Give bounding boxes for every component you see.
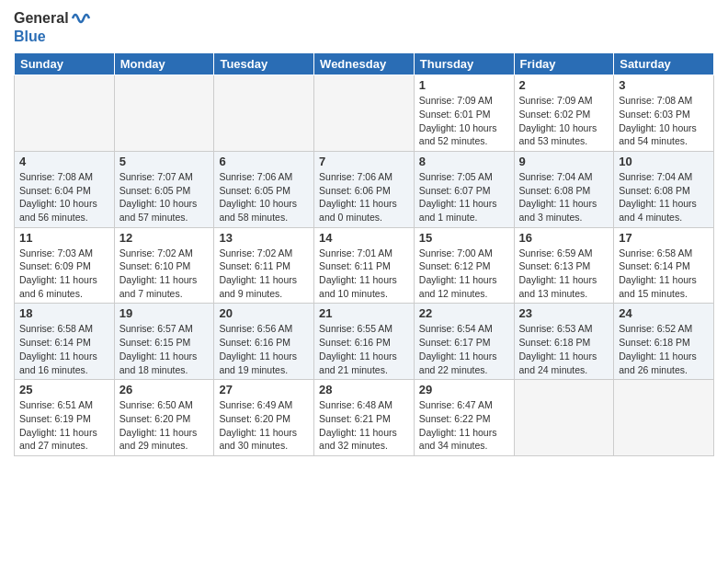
day-info: Sunrise: 6:56 AM Sunset: 6:16 PM Dayligh…: [219, 322, 309, 376]
day-info: Sunrise: 6:53 AM Sunset: 6:18 PM Dayligh…: [519, 322, 609, 376]
day-number: 9: [519, 155, 609, 168]
day-number: 1: [419, 78, 509, 92]
table-row: 9Sunrise: 7:04 AM Sunset: 6:08 PM Daylig…: [514, 151, 614, 227]
weekday-header-friday: Friday: [514, 53, 614, 75]
day-number: 25: [19, 383, 109, 396]
day-number: 24: [619, 306, 709, 320]
day-number: 19: [119, 306, 210, 320]
table-row: 21Sunrise: 6:55 AM Sunset: 6:16 PM Dayli…: [314, 304, 415, 380]
table-row: 29Sunrise: 6:47 AM Sunset: 6:22 PM Dayli…: [414, 380, 514, 456]
day-number: 20: [219, 306, 309, 320]
day-number: 2: [519, 78, 609, 92]
logo-general: General: [14, 9, 69, 27]
day-number: 21: [319, 306, 409, 320]
table-row: 10Sunrise: 7:04 AM Sunset: 6:08 PM Dayli…: [614, 151, 714, 227]
table-row: 13Sunrise: 7:02 AM Sunset: 6:11 PM Dayli…: [214, 227, 314, 304]
table-row: [514, 380, 614, 456]
table-row: 19Sunrise: 6:57 AM Sunset: 6:15 PM Dayli…: [114, 304, 214, 380]
day-number: 15: [419, 231, 509, 245]
day-info: Sunrise: 7:02 AM Sunset: 6:11 PM Dayligh…: [219, 247, 309, 301]
day-info: Sunrise: 7:04 AM Sunset: 6:08 PM Dayligh…: [619, 170, 709, 224]
page: General Blue SundayMondayTuesdayWednesda…: [0, 0, 728, 465]
header: General Blue: [14, 9, 714, 45]
day-number: 8: [419, 155, 509, 168]
day-number: 22: [419, 306, 509, 320]
table-row: 16Sunrise: 6:59 AM Sunset: 6:13 PM Dayli…: [514, 227, 614, 304]
day-info: Sunrise: 6:52 AM Sunset: 6:18 PM Dayligh…: [619, 322, 709, 376]
day-info: Sunrise: 6:58 AM Sunset: 6:14 PM Dayligh…: [19, 322, 109, 376]
day-info: Sunrise: 7:00 AM Sunset: 6:12 PM Dayligh…: [419, 247, 509, 301]
day-number: 3: [619, 78, 709, 92]
table-row: 12Sunrise: 7:02 AM Sunset: 6:10 PM Dayli…: [114, 227, 214, 304]
logo: General Blue: [14, 9, 91, 45]
day-info: Sunrise: 7:02 AM Sunset: 6:10 PM Dayligh…: [119, 247, 210, 301]
day-number: 17: [619, 231, 709, 245]
calendar-week-row: 11Sunrise: 7:03 AM Sunset: 6:09 PM Dayli…: [15, 227, 714, 304]
table-row: 15Sunrise: 7:00 AM Sunset: 6:12 PM Dayli…: [414, 227, 514, 304]
day-info: Sunrise: 6:47 AM Sunset: 6:22 PM Dayligh…: [419, 398, 509, 453]
day-info: Sunrise: 6:48 AM Sunset: 6:21 PM Dayligh…: [319, 398, 409, 453]
table-row: 4Sunrise: 7:08 AM Sunset: 6:04 PM Daylig…: [15, 151, 115, 227]
day-info: Sunrise: 7:04 AM Sunset: 6:08 PM Dayligh…: [519, 170, 609, 224]
day-info: Sunrise: 6:58 AM Sunset: 6:14 PM Dayligh…: [619, 247, 709, 301]
day-number: 29: [419, 383, 509, 396]
calendar: SundayMondayTuesdayWednesdayThursdayFrid…: [14, 52, 714, 456]
day-info: Sunrise: 6:55 AM Sunset: 6:16 PM Dayligh…: [319, 322, 409, 376]
table-row: [614, 380, 714, 456]
table-row: 20Sunrise: 6:56 AM Sunset: 6:16 PM Dayli…: [214, 304, 314, 380]
day-number: 5: [119, 155, 210, 168]
day-number: 23: [519, 306, 609, 320]
weekday-header-sunday: Sunday: [15, 53, 115, 75]
day-info: Sunrise: 7:06 AM Sunset: 6:06 PM Dayligh…: [319, 170, 409, 224]
day-number: 4: [19, 155, 109, 168]
table-row: [214, 75, 314, 152]
day-info: Sunrise: 7:09 AM Sunset: 6:02 PM Dayligh…: [519, 94, 609, 148]
table-row: 1Sunrise: 7:09 AM Sunset: 6:01 PM Daylig…: [414, 75, 514, 152]
table-row: 22Sunrise: 6:54 AM Sunset: 6:17 PM Dayli…: [414, 304, 514, 380]
table-row: 7Sunrise: 7:06 AM Sunset: 6:06 PM Daylig…: [314, 151, 415, 227]
table-row: 8Sunrise: 7:05 AM Sunset: 6:07 PM Daylig…: [414, 151, 514, 227]
day-info: Sunrise: 6:51 AM Sunset: 6:19 PM Dayligh…: [19, 398, 109, 453]
table-row: 23Sunrise: 6:53 AM Sunset: 6:18 PM Dayli…: [514, 304, 614, 380]
day-number: 12: [119, 231, 210, 245]
day-info: Sunrise: 7:07 AM Sunset: 6:05 PM Dayligh…: [119, 170, 210, 224]
calendar-week-row: 4Sunrise: 7:08 AM Sunset: 6:04 PM Daylig…: [15, 151, 714, 227]
day-info: Sunrise: 6:50 AM Sunset: 6:20 PM Dayligh…: [119, 398, 210, 453]
day-info: Sunrise: 7:08 AM Sunset: 6:04 PM Dayligh…: [19, 170, 109, 224]
day-number: 28: [319, 383, 409, 396]
day-info: Sunrise: 7:08 AM Sunset: 6:03 PM Dayligh…: [619, 94, 709, 148]
day-number: 18: [19, 306, 109, 320]
day-number: 13: [219, 231, 309, 245]
logo-wave-icon: [71, 9, 91, 28]
day-number: 14: [319, 231, 409, 245]
day-info: Sunrise: 7:05 AM Sunset: 6:07 PM Dayligh…: [419, 170, 509, 224]
table-row: 17Sunrise: 6:58 AM Sunset: 6:14 PM Dayli…: [614, 227, 714, 304]
logo-blue: Blue: [14, 28, 91, 45]
table-row: [114, 75, 214, 152]
weekday-header-monday: Monday: [114, 53, 214, 75]
day-info: Sunrise: 7:09 AM Sunset: 6:01 PM Dayligh…: [419, 94, 509, 148]
day-info: Sunrise: 7:06 AM Sunset: 6:05 PM Dayligh…: [219, 170, 309, 224]
table-row: 28Sunrise: 6:48 AM Sunset: 6:21 PM Dayli…: [314, 380, 415, 456]
day-number: 27: [219, 383, 309, 396]
day-info: Sunrise: 6:59 AM Sunset: 6:13 PM Dayligh…: [519, 247, 609, 301]
table-row: 3Sunrise: 7:08 AM Sunset: 6:03 PM Daylig…: [614, 75, 714, 152]
calendar-week-row: 1Sunrise: 7:09 AM Sunset: 6:01 PM Daylig…: [15, 75, 714, 152]
calendar-week-row: 18Sunrise: 6:58 AM Sunset: 6:14 PM Dayli…: [15, 304, 714, 380]
day-info: Sunrise: 7:03 AM Sunset: 6:09 PM Dayligh…: [19, 247, 109, 301]
table-row: 14Sunrise: 7:01 AM Sunset: 6:11 PM Dayli…: [314, 227, 415, 304]
table-row: [314, 75, 415, 152]
calendar-week-row: 25Sunrise: 6:51 AM Sunset: 6:19 PM Dayli…: [15, 380, 714, 456]
table-row: 25Sunrise: 6:51 AM Sunset: 6:19 PM Dayli…: [15, 380, 115, 456]
day-info: Sunrise: 6:57 AM Sunset: 6:15 PM Dayligh…: [119, 322, 210, 376]
day-info: Sunrise: 7:01 AM Sunset: 6:11 PM Dayligh…: [319, 247, 409, 301]
table-row: 6Sunrise: 7:06 AM Sunset: 6:05 PM Daylig…: [214, 151, 314, 227]
day-number: 7: [319, 155, 409, 168]
day-info: Sunrise: 6:49 AM Sunset: 6:20 PM Dayligh…: [219, 398, 309, 453]
table-row: 18Sunrise: 6:58 AM Sunset: 6:14 PM Dayli…: [15, 304, 115, 380]
weekday-header-saturday: Saturday: [614, 53, 714, 75]
table-row: 27Sunrise: 6:49 AM Sunset: 6:20 PM Dayli…: [214, 380, 314, 456]
table-row: 26Sunrise: 6:50 AM Sunset: 6:20 PM Dayli…: [114, 380, 214, 456]
day-number: 16: [519, 231, 609, 245]
table-row: 2Sunrise: 7:09 AM Sunset: 6:02 PM Daylig…: [514, 75, 614, 152]
